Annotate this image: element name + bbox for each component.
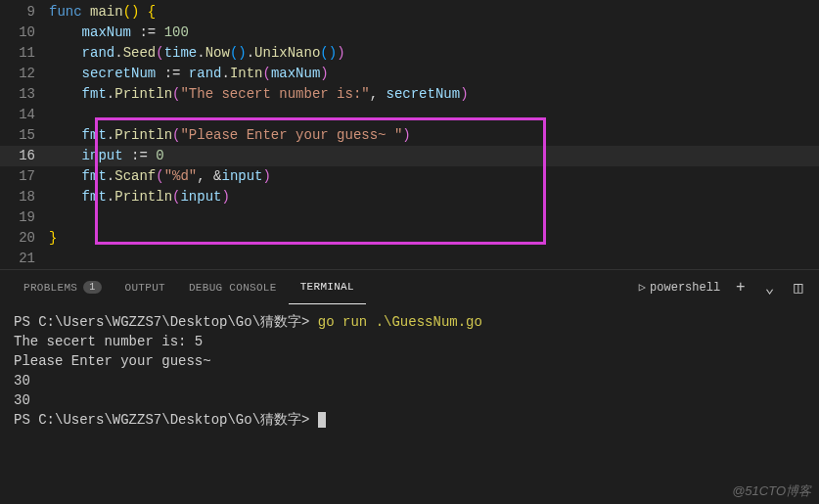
function-name: main: [90, 4, 123, 20]
tab-label: PROBLEMS: [23, 282, 77, 294]
terminal-command: go run .\GuessNum.go: [318, 314, 482, 330]
terminal-output: The secert number is: 5: [14, 334, 203, 349]
code-line[interactable]: 12 secretNum := rand.Intn(maxNum): [0, 64, 819, 84]
identifier: fmt: [82, 127, 107, 143]
line-number: 19: [0, 207, 49, 228]
shell-name: powershell: [650, 281, 720, 295]
line-number: 9: [0, 2, 49, 23]
string-literal: "The secert number is:": [180, 86, 369, 102]
method: UnixNano: [254, 45, 320, 61]
terminal-output: 30: [14, 373, 30, 389]
line-number: 21: [0, 249, 49, 269]
new-terminal-button[interactable]: +: [732, 277, 750, 298]
line-number: 16: [0, 146, 49, 166]
watermark: @51CTO博客: [732, 482, 811, 500]
identifier: maxNum: [271, 66, 320, 81]
line-number: 17: [0, 166, 49, 187]
launch-profile-icon: ▷: [639, 280, 646, 295]
code-line[interactable]: 17 fmt.Scanf("%d", &input): [0, 166, 819, 187]
line-number: 10: [0, 23, 49, 43]
code-line[interactable]: 18 fmt.Println(input): [0, 187, 819, 207]
operator: :=: [139, 24, 156, 40]
code-line[interactable]: 13 fmt.Println("The secert number is:", …: [0, 84, 819, 105]
method: Seed: [123, 45, 157, 61]
bottom-panel: PROBLEMS1 OUTPUT DEBUG CONSOLE TERMINAL …: [0, 269, 819, 437]
identifier: input: [221, 168, 262, 184]
identifier: rand: [82, 45, 115, 61]
split-terminal-button[interactable]: ◫: [790, 276, 807, 299]
identifier: maxNum: [82, 24, 131, 40]
identifier: fmt: [82, 168, 107, 184]
tab-debug-console[interactable]: DEBUG CONSOLE: [177, 270, 289, 304]
terminal-output: 30: [14, 392, 30, 408]
identifier: secretNum: [387, 86, 461, 102]
code-line[interactable]: 11 rand.Seed(time.Now().UnixNano()): [0, 43, 819, 64]
line-number: 11: [0, 43, 49, 64]
tab-output[interactable]: OUTPUT: [114, 270, 177, 304]
panel-tabs: PROBLEMS1 OUTPUT DEBUG CONSOLE TERMINAL …: [0, 270, 819, 304]
method: Now: [205, 45, 230, 61]
line-number: 14: [0, 105, 49, 125]
code-line[interactable]: 16 input := 0: [0, 146, 819, 166]
code-line[interactable]: 9 func main() {: [0, 2, 819, 23]
code-editor[interactable]: 9 func main() { 10 maxNum := 100 11 rand…: [0, 0, 819, 269]
string-literal: "Please Enter your guess~ ": [180, 127, 402, 143]
number-literal: 100: [164, 24, 189, 40]
method: Println: [114, 127, 172, 143]
terminal-output: Please Enter your guess~: [14, 353, 211, 369]
identifier: rand: [189, 66, 222, 81]
terminal-shell-selector[interactable]: ▷ powershell: [639, 280, 720, 295]
identifier: input: [180, 189, 221, 205]
line-number: 15: [0, 125, 49, 146]
identifier: time: [164, 45, 198, 61]
terminal[interactable]: PS C:\Users\WGZZS7\Desktop\Go\猜数字> go ru…: [0, 304, 819, 437]
string-literal: "%d": [164, 168, 198, 184]
identifier: fmt: [82, 189, 107, 205]
method: Scanf: [114, 168, 156, 184]
line-number: 20: [0, 228, 49, 249]
problems-badge: 1: [83, 281, 101, 294]
identifier: input: [82, 148, 123, 163]
terminal-cursor: [318, 412, 326, 428]
code-line[interactable]: 10 maxNum := 100: [0, 23, 819, 43]
operator: :=: [164, 66, 181, 81]
code-line[interactable]: 20 }: [0, 228, 819, 249]
terminal-dropdown-icon[interactable]: ⌄: [761, 276, 779, 299]
terminal-prompt: PS C:\Users\WGZZS7\Desktop\Go\猜数字>: [14, 412, 309, 428]
terminal-prompt: PS C:\Users\WGZZS7\Desktop\Go\猜数字>: [14, 314, 309, 330]
method: Intn: [230, 66, 263, 81]
identifier: secretNum: [82, 66, 157, 81]
tab-terminal[interactable]: TERMINAL: [289, 270, 366, 304]
method: Println: [114, 86, 172, 102]
line-number: 13: [0, 84, 49, 105]
operator: :=: [131, 148, 148, 163]
keyword: func: [49, 4, 82, 20]
tab-problems[interactable]: PROBLEMS1: [12, 270, 114, 304]
code-line[interactable]: 14: [0, 105, 819, 125]
code-line[interactable]: 19: [0, 207, 819, 228]
code-line[interactable]: 21: [0, 249, 819, 269]
method: Println: [114, 189, 172, 205]
number-literal: 0: [156, 148, 163, 163]
identifier: fmt: [82, 86, 107, 102]
code-line[interactable]: 15 fmt.Println("Please Enter your guess~…: [0, 125, 819, 146]
line-number: 12: [0, 64, 49, 84]
line-number: 18: [0, 187, 49, 207]
